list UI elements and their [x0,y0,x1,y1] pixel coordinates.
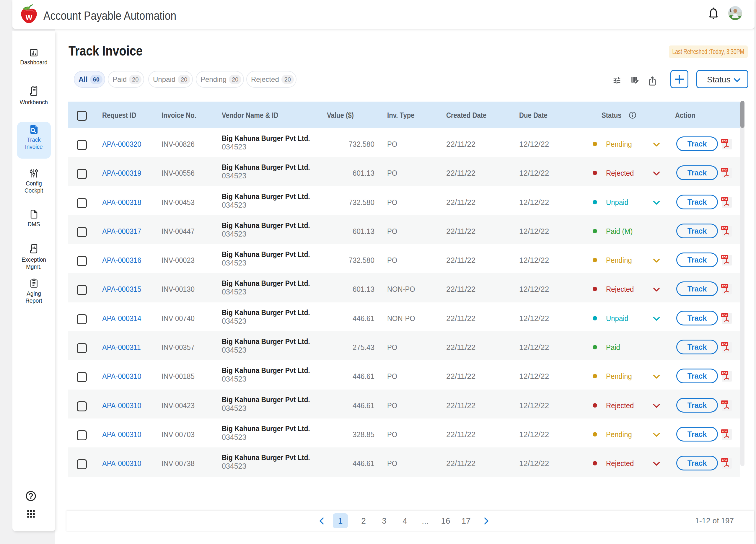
svg-text:PDF: PDF [722,372,728,375]
svg-text:PDF: PDF [722,314,728,317]
svg-text:PDF: PDF [722,401,728,404]
svg-text:w: w [25,12,32,22]
svg-text:PDF: PDF [722,256,728,259]
svg-text:PDF: PDF [722,169,728,172]
svg-text:PDF: PDF [722,430,728,433]
svg-text:PDF: PDF [722,198,728,201]
svg-text:PDF: PDF [722,140,728,143]
svg-text:PDF: PDF [722,343,728,346]
svg-text:PDF: PDF [722,459,728,462]
svg-text:PDF: PDF [722,227,728,229]
svg-text:PDF: PDF [722,285,728,288]
